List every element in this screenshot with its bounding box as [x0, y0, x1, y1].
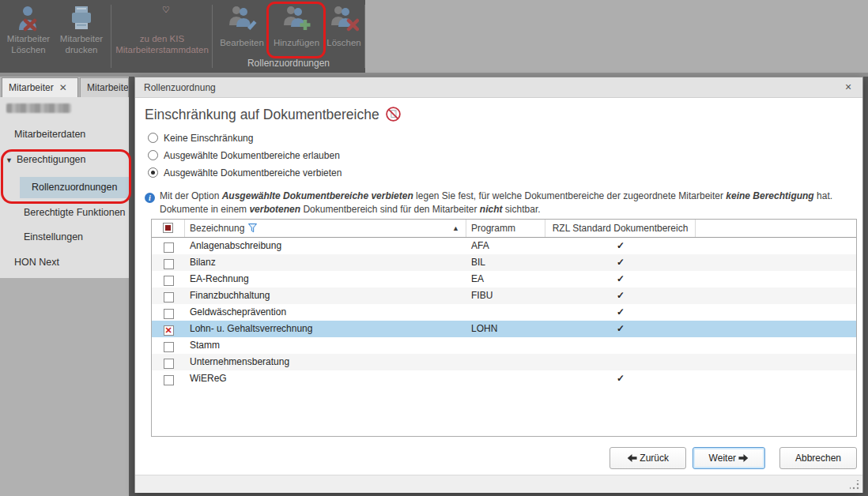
cell-checkbox [152, 271, 185, 287]
mitarbeiter-loeschen-button[interactable]: Mitarbeiter Löschen [3, 0, 54, 57]
sort-asc-icon[interactable]: ▲ [452, 224, 459, 232]
cell-bezeichnung: Finanzbuchhaltung [185, 287, 466, 304]
cell-programm: LOHN [466, 321, 545, 337]
cell-bezeichnung: Bilanz [185, 254, 466, 271]
table-row[interactable]: Geldwäscheprävention ✓ [152, 304, 856, 321]
hinzufuegen-button[interactable]: Hinzufügen [270, 0, 323, 57]
row-checkbox[interactable] [164, 375, 174, 385]
row-checkbox[interactable] [164, 359, 174, 369]
header-rzl-standard[interactable]: RZL Standard Dokumentbereich [545, 220, 696, 237]
row-checkbox[interactable] [164, 242, 174, 253]
bearbeiten-button[interactable]: Bearbeiten [215, 0, 269, 57]
abbrechen-button[interactable]: Abbrechen [779, 447, 857, 469]
sidebar-item-berechtigungen[interactable]: ▼Berechtigungen [6, 154, 86, 165]
cell-empty [696, 337, 856, 354]
table-row[interactable]: WiEReG ✓ [152, 370, 856, 387]
sidebar-item-berechtigte-funktionen[interactable]: Berechtigte Funktionen [24, 207, 126, 218]
cell-checkbox [152, 304, 185, 321]
radio-icon-selected[interactable] [148, 167, 158, 178]
resize-grip[interactable] [850, 480, 859, 490]
cell-rzl-standard: ✓ [545, 370, 696, 387]
cell-checkbox [152, 287, 185, 304]
sidebar-item-hon-next[interactable]: HON Next [14, 257, 59, 268]
select-all-checkbox[interactable] [163, 223, 173, 233]
cell-bezeichnung: Stamm [185, 337, 466, 354]
tab-mitarbeiter[interactable]: Mitarbeiter✕ [2, 77, 78, 97]
cell-programm [466, 337, 545, 354]
filter-icon[interactable] [248, 224, 257, 233]
table-row[interactable]: EA-Rechnung EA ✓ [152, 271, 856, 287]
tab-mitarbeiter-2[interactable]: Mitarbeiter ' [80, 77, 129, 97]
table-row[interactable]: Bilanz BIL ✓ [152, 254, 856, 271]
cell-rzl-standard [545, 337, 696, 354]
row-checkbox[interactable]: ✕ [164, 325, 174, 336]
cell-programm [466, 304, 545, 321]
zurueck-button[interactable]: Zurück [609, 447, 686, 469]
radio-bereiche-verbieten[interactable]: Ausgewählte Dokumentbereiche verbieten [148, 167, 342, 180]
toolbar-separator [111, 5, 111, 68]
tab-strip: Mitarbeiter✕ Mitarbeiter ' [0, 77, 129, 97]
close-icon[interactable]: × [841, 81, 855, 95]
cell-empty [696, 271, 856, 287]
row-checkbox[interactable] [164, 292, 174, 302]
cell-checkbox [152, 354, 185, 370]
loeschen-button[interactable]: Löschen [324, 0, 364, 57]
cell-rzl-standard: ✓ [545, 287, 696, 304]
cell-bezeichnung: Geldwäscheprävention [185, 304, 466, 321]
group-add-icon [281, 5, 311, 35]
table-row[interactable]: ✕ Lohn- u. Gehaltsverrechnung LOHN ✓ [152, 321, 856, 337]
radio-icon[interactable] [148, 133, 158, 143]
row-checkbox[interactable] [164, 276, 174, 286]
cell-bezeichnung: Anlagenabschreibung [185, 238, 466, 254]
sidebar-item-rollenzuordnungen[interactable]: Rollenzuordnungen [20, 177, 129, 198]
cell-empty [696, 354, 856, 370]
table-body: Anlagenabschreibung AFA ✓ Bilanz BIL ✓ E… [152, 238, 856, 387]
button-label: Mitarbeiter [55, 33, 108, 44]
cell-programm: FIBU [466, 287, 545, 304]
radio-icon[interactable] [148, 150, 158, 160]
chevron-down-icon[interactable]: ▼ [6, 156, 13, 164]
tab-label: Mitarbeiter ' [87, 82, 129, 93]
cell-rzl-standard: ✓ [545, 304, 696, 321]
radio-keine-einschraenkung[interactable]: Keine Einschränkung [148, 133, 253, 145]
cell-programm [466, 354, 545, 370]
cell-empty [696, 370, 856, 387]
cell-empty [696, 304, 856, 321]
arrow-right-icon [738, 453, 749, 463]
table-row[interactable]: Finanzbuchhaltung FIBU ✓ [152, 287, 856, 304]
section-heading: Einschränkung auf Dokumentbereiche [145, 106, 402, 123]
kis-stammdaten-button[interactable]: ♡ KIS zu den KIS Mitarbeiterstammdaten [114, 0, 210, 57]
person-delete-icon [15, 5, 42, 35]
tab-close-icon[interactable]: ✕ [59, 82, 67, 93]
table-row[interactable]: Stamm [152, 337, 856, 354]
cell-checkbox [152, 238, 185, 254]
cell-empty [696, 287, 856, 304]
app-window: Mitarbeiter Löschen Mitarbeiter drucken … [0, 0, 868, 496]
mitarbeiter-drucken-button[interactable]: Mitarbeiter drucken [55, 0, 108, 57]
sidebar-item-einstellungen[interactable]: Einstellungen [24, 231, 83, 242]
radio-bereiche-erlauben[interactable]: Ausgewählte Dokumentbereiche erlauben [148, 150, 340, 163]
cell-bezeichnung: WiEReG [185, 370, 466, 387]
table-row[interactable]: Anlagenabschreibung AFA ✓ [152, 238, 856, 254]
cell-rzl-standard: ✓ [545, 271, 696, 287]
button-label: Mitarbeiter [3, 33, 54, 44]
button-label: Löschen [324, 37, 364, 48]
sidebar-item-mitarbeiterdaten[interactable]: Mitarbeiterdaten [14, 129, 85, 140]
weiter-button[interactable]: Weiter [693, 447, 765, 469]
button-label: Hinzufügen [270, 37, 323, 48]
dialog-titlebar[interactable]: Rollenzuordnung × [135, 77, 862, 98]
cell-programm: BIL [466, 254, 545, 271]
cell-checkbox [152, 370, 185, 387]
header-bezeichnung[interactable]: Bezeichnung ▲ [185, 220, 466, 237]
info-icon: i [145, 193, 155, 203]
row-checkbox[interactable] [164, 309, 174, 319]
button-label: Bearbeiten [215, 37, 269, 48]
header-programm[interactable]: Programm [466, 220, 545, 237]
table-header: Bezeichnung ▲ Programm RZL Standard Doku… [152, 220, 856, 238]
table-row[interactable]: Unternehmensberatung [152, 354, 856, 370]
header-empty [696, 220, 856, 237]
cell-bezeichnung: EA-Rechnung [185, 271, 466, 287]
arrow-left-icon [627, 453, 637, 463]
row-checkbox[interactable] [164, 342, 174, 352]
row-checkbox[interactable] [164, 259, 174, 269]
